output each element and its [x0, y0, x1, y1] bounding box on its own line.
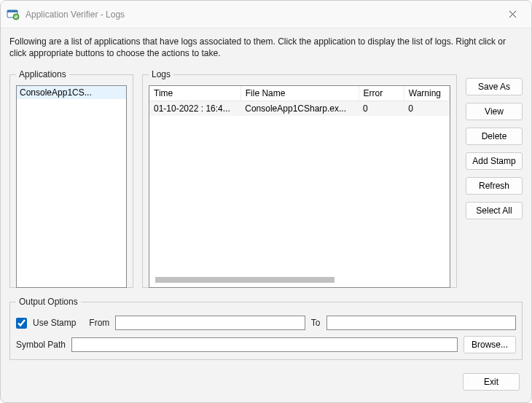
hscrollbar[interactable]: [155, 275, 444, 284]
output-options-group: Output Options Use Stamp From To Symbol …: [9, 297, 523, 360]
applications-group: Applications ConsoleApp1CS...: [9, 69, 133, 288]
title-bar: Application Verifier - Logs: [1, 1, 531, 28]
applications-legend: Applications: [16, 69, 69, 79]
logs-group: Logs Time File Name Error Warning: [142, 69, 457, 288]
add-stamp-button[interactable]: Add Stamp: [466, 152, 523, 170]
svg-rect-1: [7, 10, 17, 12]
to-input[interactable]: [326, 316, 516, 330]
from-label: From: [89, 318, 109, 328]
content-area: Following are a list of applications tha…: [1, 28, 531, 402]
application-item[interactable]: ConsoleApp1CS...: [17, 86, 126, 99]
exit-button[interactable]: Exit: [463, 373, 520, 391]
use-stamp-checkbox[interactable]: [16, 318, 27, 329]
cell-warning: 0: [404, 101, 449, 117]
select-all-button[interactable]: Select All: [466, 202, 523, 219]
use-stamp-label: Use Stamp: [33, 318, 76, 328]
cell-file: ConsoleApp1CSharp.ex...: [240, 101, 359, 117]
col-warning[interactable]: Warning: [404, 86, 449, 101]
app-icon: [7, 8, 20, 21]
symbol-path-input[interactable]: [71, 337, 458, 352]
close-button[interactable]: [498, 4, 527, 25]
logs-legend: Logs: [149, 69, 173, 79]
from-input[interactable]: [115, 316, 305, 330]
to-label: To: [311, 318, 321, 328]
browse-button[interactable]: Browse...: [463, 336, 516, 353]
instructions-text: Following are a list of applications tha…: [9, 36, 523, 59]
symbol-path-label: Symbol Path: [16, 340, 66, 350]
col-error[interactable]: Error: [359, 86, 404, 101]
logs-list[interactable]: Time File Name Error Warning 01-10-2022 …: [149, 85, 450, 288]
log-row[interactable]: 01-10-2022 : 16:4... ConsoleApp1CSharp.e…: [149, 101, 450, 117]
view-button[interactable]: View: [466, 103, 523, 120]
save-as-button[interactable]: Save As: [466, 78, 523, 95]
refresh-button[interactable]: Refresh: [466, 177, 523, 195]
col-file[interactable]: File Name: [240, 86, 359, 101]
applications-list[interactable]: ConsoleApp1CS...: [16, 85, 127, 288]
side-buttons: Save As View Delete Add Stamp Refresh Se…: [466, 78, 523, 219]
output-legend: Output Options: [16, 297, 81, 307]
cell-error: 0: [359, 101, 404, 117]
dialog-window: Application Verifier - Logs Following ar…: [0, 0, 532, 403]
col-time[interactable]: Time: [149, 86, 240, 101]
delete-button[interactable]: Delete: [466, 128, 523, 145]
cell-time: 01-10-2022 : 16:4...: [149, 101, 240, 117]
window-title: Application Verifier - Logs: [26, 9, 498, 20]
